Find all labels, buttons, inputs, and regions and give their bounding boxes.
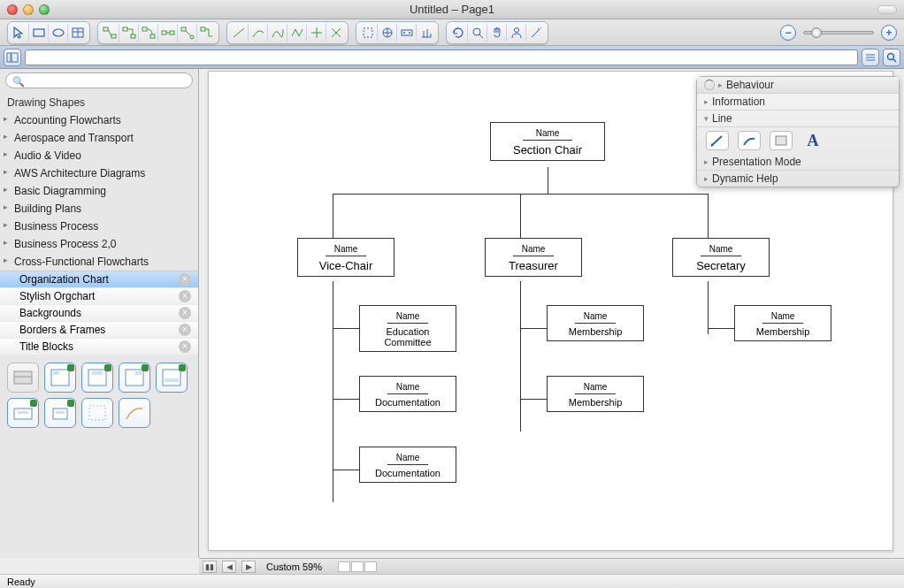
inspector-row-dynamic-help[interactable]: ▸Dynamic Help [697, 171, 899, 187]
name-label: Name [364, 382, 452, 392]
misc-tool-1[interactable] [358, 24, 378, 42]
titlebar-grip[interactable] [877, 5, 897, 14]
page-thumb[interactable] [338, 561, 350, 572]
inspector-label: Presentation Mode [712, 156, 801, 168]
close-icon[interactable]: × [179, 290, 191, 302]
zoom-in-button[interactable]: + [881, 25, 897, 41]
shape-search-input[interactable] [5, 73, 193, 88]
svg-point-29 [888, 53, 894, 59]
line-tool-6[interactable] [326, 24, 346, 42]
rectangle-tool[interactable] [29, 24, 49, 42]
stencil-backgrounds[interactable]: Backgrounds× [0, 305, 198, 322]
hand-tool[interactable] [487, 24, 507, 42]
connector-5[interactable] [178, 24, 197, 42]
close-icon[interactable]: × [179, 340, 191, 353]
line-fill-icon[interactable] [770, 131, 793, 150]
person-tool[interactable] [507, 24, 526, 42]
category-business-process-2[interactable]: Business Process 2,0 [0, 235, 198, 253]
category-cross-functional[interactable]: Cross-Functional Flowcharts [0, 253, 198, 271]
category-aerospace-transport[interactable]: Aerospace and Transport [0, 129, 198, 147]
org-box-treasurer[interactable]: Name Treasurer [485, 238, 582, 277]
category-business-process[interactable]: Business Process [0, 218, 198, 235]
line-style-pen-icon[interactable] [706, 131, 729, 150]
list-view-button[interactable] [862, 49, 879, 66]
org-box-membership-1[interactable]: Name Membership [547, 305, 644, 341]
shape-tile-3[interactable] [81, 363, 113, 393]
shape-tile-5[interactable] [156, 363, 188, 393]
inspector-panel[interactable]: ▸ Behaviour ▸Information ▾Line A ▸Presen… [696, 76, 900, 187]
shape-tile-8[interactable] [81, 398, 113, 428]
stencil-stylish-orgchart[interactable]: Stylish Orgchart× [0, 288, 198, 305]
org-box-membership-3[interactable]: Name Membership [734, 305, 831, 341]
misc-tool-4[interactable] [417, 24, 436, 42]
connector-2[interactable] [119, 24, 139, 42]
misc-tool-2[interactable] [378, 24, 397, 42]
page-prev-button[interactable]: ◀ [222, 561, 236, 573]
zoom-label[interactable]: Custom 59% [261, 561, 327, 572]
misc-tool-3[interactable] [397, 24, 417, 42]
category-basic-diagramming[interactable]: Basic Diagramming [0, 182, 198, 200]
page-thumb[interactable] [351, 561, 364, 572]
stencil-title-blocks[interactable]: Title Blocks× [0, 339, 198, 355]
org-box-vice-chair[interactable]: Name Vice-Chair [297, 238, 395, 277]
connector-4[interactable] [158, 24, 178, 42]
name-label: Name [489, 244, 578, 254]
line-style-brush-icon[interactable] [738, 131, 761, 150]
org-box-membership-2[interactable]: Name Membership [547, 376, 644, 412]
name-label: Name [364, 453, 452, 462]
category-accounting-flowcharts[interactable]: Accounting Flowcharts [0, 111, 198, 129]
inspector-row-line[interactable]: ▾Line [697, 111, 899, 127]
table-tool[interactable] [68, 24, 88, 42]
org-box-documentation-2[interactable]: Name Documentation [359, 447, 456, 483]
svg-rect-39 [163, 370, 180, 386]
line-tool-5[interactable] [307, 24, 326, 42]
category-audio-video[interactable]: Audio & Video [0, 147, 198, 164]
zoom-tool[interactable] [468, 24, 487, 42]
panel-toggle-button[interactable] [4, 49, 21, 66]
wand-tool[interactable] [526, 24, 546, 42]
tool-group-misc [356, 21, 439, 44]
page-thumb[interactable] [364, 561, 377, 572]
shape-tile-6[interactable] [7, 398, 39, 428]
connector-6[interactable] [197, 24, 217, 42]
refresh-tool[interactable] [448, 24, 468, 42]
connector-1[interactable] [100, 24, 119, 42]
ellipse-tool[interactable] [49, 24, 68, 42]
line-tool-1[interactable] [229, 24, 249, 42]
text-tool-icon[interactable]: A [801, 131, 824, 150]
line-tool-2[interactable] [249, 24, 268, 42]
category-building-plans[interactable]: Building Plans [0, 200, 198, 218]
connector [333, 470, 359, 470]
page-next-button[interactable]: ▶ [241, 561, 256, 573]
zoom-slider-thumb[interactable] [811, 27, 822, 38]
zoom-slider[interactable] [803, 31, 874, 34]
toolbar-search-input[interactable] [25, 50, 858, 65]
stencil-organization-chart[interactable]: Organization Chart× [0, 271, 198, 288]
shape-tile-9[interactable] [119, 398, 150, 428]
shape-tile-7[interactable] [44, 398, 76, 428]
line-tool-3[interactable] [268, 24, 287, 42]
org-box-education-committee[interactable]: Name Education Committee [359, 305, 456, 352]
zoom-out-button[interactable]: − [780, 25, 796, 41]
inspector-row-information[interactable]: ▸Information [697, 94, 899, 111]
org-box-secretary[interactable]: Name Secretary [672, 238, 770, 277]
connector-3[interactable] [139, 24, 158, 42]
shape-tile-4[interactable] [119, 363, 150, 393]
shape-tile-1[interactable] [7, 363, 39, 393]
close-icon[interactable]: × [179, 324, 191, 336]
org-box-section-chair[interactable]: Name Section Chair [490, 122, 605, 161]
stencil-borders-frames[interactable]: Borders & Frames× [0, 322, 198, 339]
page-pause-button[interactable]: ▮▮ [203, 561, 217, 573]
inspector-row-presentation-mode[interactable]: ▸Presentation Mode [697, 154, 899, 171]
tool-group-select-shapes [7, 21, 90, 44]
close-icon[interactable]: × [179, 273, 191, 286]
org-box-documentation-1[interactable]: Name Documentation [359, 376, 456, 412]
svg-rect-8 [131, 34, 135, 38]
select-tool[interactable] [10, 24, 29, 42]
shape-tile-2[interactable] [44, 363, 76, 393]
line-tool-4[interactable] [287, 24, 307, 42]
close-icon[interactable]: × [179, 307, 191, 319]
search-button[interactable] [883, 49, 900, 66]
inspector-row-behaviour[interactable]: ▸ Behaviour [697, 77, 899, 94]
category-aws-architecture[interactable]: AWS Architecture Diagrams [0, 164, 198, 182]
